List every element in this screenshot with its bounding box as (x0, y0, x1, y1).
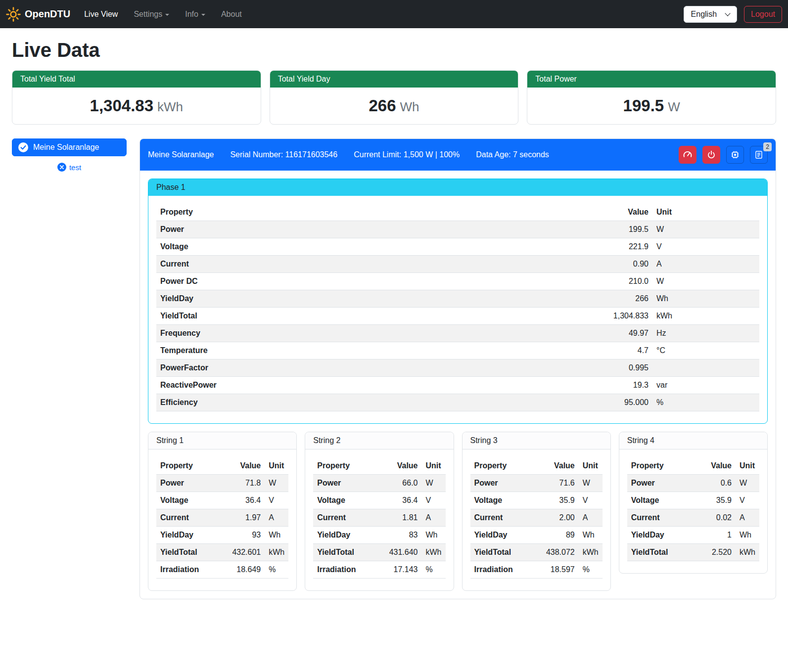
language-select-value: English (691, 10, 717, 19)
column-header-property: Property (156, 204, 597, 221)
value-cell: 35.9 (533, 492, 579, 509)
value-cell: 1 (690, 527, 736, 544)
property-cell: Power (470, 475, 533, 492)
unit-cell: V (652, 238, 759, 256)
value-cell: 71.8 (219, 475, 265, 492)
column-header-value: Value (690, 457, 736, 475)
nav-item-live-view[interactable]: Live View (76, 6, 126, 23)
unit-cell: kWh (579, 544, 603, 561)
property-cell: Irradiation (470, 561, 533, 579)
phase-table: Property Value Unit Power199.5WVoltage22… (156, 204, 759, 411)
property-cell: Current (470, 509, 533, 527)
table-row: Efficiency95.000% (156, 394, 759, 411)
table-row: Voltage221.9V (156, 238, 759, 256)
property-cell: Power (313, 475, 376, 492)
column-header-property: Property (627, 457, 690, 475)
power-button[interactable] (702, 146, 720, 164)
x-circle-icon[interactable] (57, 163, 66, 172)
table-row: Current0.90A (156, 256, 759, 273)
table-row: Current1.97A (156, 509, 288, 527)
property-cell: Power (627, 475, 690, 492)
summary-card-unit: W (668, 99, 680, 114)
summary-card-body: 1,304.83kWh (12, 88, 261, 124)
column-header-property: Property (470, 457, 533, 475)
inverter-item-test[interactable]: test (12, 163, 127, 172)
summary-card-total-power: Total Power 199.5W (527, 70, 776, 125)
property-cell: Current (627, 509, 690, 527)
table-row: Irradiation18.649% (156, 561, 288, 579)
unit-cell: V (736, 492, 759, 509)
table-row: PowerFactor0.995 (156, 359, 759, 377)
brand-link[interactable]: OpenDTU (6, 7, 70, 22)
inverter-data-age: Data Age: 7 seconds (476, 150, 549, 159)
string-card-body: Property Value Unit Power71.8WVoltage36.… (148, 449, 296, 590)
table-row: Voltage35.9V (627, 492, 759, 509)
table-row: Voltage36.4V (156, 492, 288, 509)
nav-item-info[interactable]: Info (177, 6, 213, 23)
property-cell: Voltage (470, 492, 533, 509)
table-row: Power71.6W (470, 475, 603, 492)
column-header-value: Value (597, 204, 652, 221)
unit-cell: W (422, 475, 446, 492)
property-cell: YieldDay (156, 527, 219, 544)
property-cell: YieldDay (470, 527, 533, 544)
column-header-unit: Unit (736, 457, 759, 475)
table-row: YieldDay1Wh (627, 527, 759, 544)
nav-item-settings[interactable]: Settings (126, 6, 177, 23)
logout-button[interactable]: Logout (744, 6, 782, 23)
language-select[interactable]: English (684, 6, 737, 23)
value-cell: 49.97 (597, 325, 652, 342)
column-header-unit: Unit (579, 457, 603, 475)
caret-down-icon (165, 14, 169, 16)
property-cell: Voltage (313, 492, 376, 509)
nav-item-about[interactable]: About (213, 6, 250, 23)
gauge-icon (683, 150, 693, 160)
unit-cell: Wh (422, 527, 446, 544)
limit-settings-button[interactable] (679, 146, 696, 164)
string-card-3: String 3 Property Value Unit (462, 432, 611, 591)
table-header-row: Property Value Unit (313, 457, 445, 475)
property-cell: YieldTotal (627, 544, 690, 561)
unit-cell: A (265, 509, 288, 527)
unit-cell: Hz (652, 325, 759, 342)
nav-item-info-label: Info (185, 10, 198, 19)
inverter-name: Meine Solaranlage (148, 150, 214, 159)
caret-down-icon (201, 14, 205, 16)
column-header-value: Value (376, 457, 422, 475)
property-cell: Voltage (156, 238, 597, 256)
string-card-title: String 1 (148, 432, 296, 449)
table-row: Power DC210.0W (156, 273, 759, 290)
table-row: Temperature4.7°C (156, 342, 759, 359)
inverter-select-button[interactable]: Meine Solaranlage (12, 138, 127, 156)
value-cell: 83 (376, 527, 422, 544)
column-header-value: Value (533, 457, 579, 475)
value-cell: 18.649 (219, 561, 265, 579)
unit-cell: Wh (652, 290, 759, 308)
summary-card-title: Total Power (527, 71, 776, 88)
table-header-row: Property Value Unit (156, 457, 288, 475)
unit-cell: Wh (265, 527, 288, 544)
unit-cell: W (652, 221, 759, 238)
unit-cell: var (652, 377, 759, 394)
table-row: Frequency49.97Hz (156, 325, 759, 342)
value-cell: 0.6 (690, 475, 736, 492)
value-cell: 95.000 (597, 394, 652, 411)
sun-icon (6, 7, 21, 22)
table-row: Power199.5W (156, 221, 759, 238)
table-row: Irradiation18.597% (470, 561, 603, 579)
inverter-panel-header: Meine Solaranlage Serial Number: 1161716… (140, 139, 776, 171)
unit-cell: V (579, 492, 603, 509)
unit-cell: % (579, 561, 603, 579)
table-row: YieldTotal432.601kWh (156, 544, 288, 561)
nav-links: Live View Settings Info About (76, 6, 250, 23)
table-row: Current2.00A (470, 509, 603, 527)
unit-cell: V (265, 492, 288, 509)
property-cell: YieldTotal (470, 544, 533, 561)
event-log-button[interactable]: 2 (750, 146, 768, 164)
phase-card: Phase 1 Property Value Unit Power199.5WV… (148, 179, 768, 424)
value-cell: 2.520 (690, 544, 736, 561)
device-info-button[interactable] (726, 146, 744, 164)
value-cell: 35.9 (690, 492, 736, 509)
column-header-property: Property (313, 457, 376, 475)
unit-cell: W (579, 475, 603, 492)
